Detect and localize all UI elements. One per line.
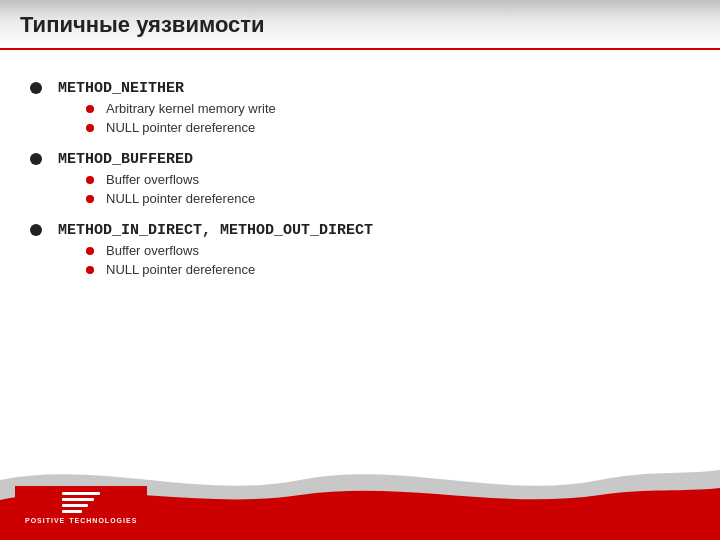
- sub-bullet-dot: [86, 176, 94, 184]
- list-item-3: METHOD_IN_DIRECT, METHOD_OUT_DIRECT Buff…: [30, 220, 690, 283]
- list-item: Buffer overflows: [86, 243, 373, 258]
- slide-title: Типичные уязвимости: [20, 12, 265, 37]
- method-buffered-label: METHOD_BUFFERED: [58, 151, 193, 168]
- list-item-1: METHOD_NEITHER Arbitrary kernel memory w…: [30, 78, 690, 141]
- sub-bullet-dot: [86, 195, 94, 203]
- method-neither-label: METHOD_NEITHER: [58, 80, 184, 97]
- slide: Типичные уязвимости METHOD_NEITHER Arbit…: [0, 0, 720, 540]
- list-item: NULL pointer dereference: [86, 191, 255, 206]
- list-item: Arbitrary kernel memory write: [86, 101, 276, 116]
- logo-box: POSITIVE TECHNOLOGIES: [15, 486, 147, 530]
- method-neither-sublist: Arbitrary kernel memory write NULL point…: [86, 101, 276, 135]
- list-item: Buffer overflows: [86, 172, 255, 187]
- list-item: NULL pointer dereference: [86, 262, 373, 277]
- list-item-2: METHOD_BUFFERED Buffer overflows NULL po…: [30, 149, 690, 212]
- method-indirect-label: METHOD_IN_DIRECT, METHOD_OUT_DIRECT: [58, 222, 373, 239]
- sub-bullet-dot: [86, 266, 94, 274]
- sub-bullet-dot: [86, 124, 94, 132]
- footer-logo-area: POSITIVE TECHNOLOGIES: [15, 486, 155, 530]
- sub-bullet-dot: [86, 105, 94, 113]
- logo-text-technologies: TECHNOLOGIES: [69, 517, 137, 524]
- content-area: METHOD_NEITHER Arbitrary kernel memory w…: [0, 50, 720, 450]
- bullet-dot-2: [30, 153, 42, 165]
- logo-line: [62, 492, 100, 495]
- logo-line: [62, 510, 82, 513]
- list-item: NULL pointer dereference: [86, 120, 276, 135]
- sub-item-label: NULL pointer dereference: [106, 120, 255, 135]
- sub-bullet-dot: [86, 247, 94, 255]
- sub-item-label: NULL pointer dereference: [106, 191, 255, 206]
- logo-line: [62, 504, 88, 507]
- sub-item-label: Buffer overflows: [106, 243, 199, 258]
- sub-item-label: Buffer overflows: [106, 172, 199, 187]
- logo-lines: [62, 492, 100, 513]
- footer: POSITIVE TECHNOLOGIES: [0, 450, 720, 540]
- sub-item-label: NULL pointer dereference: [106, 262, 255, 277]
- sub-item-label: Arbitrary kernel memory write: [106, 101, 276, 116]
- method-indirect-sublist: Buffer overflows NULL pointer dereferenc…: [86, 243, 373, 277]
- bullet-dot-3: [30, 224, 42, 236]
- logo-line: [62, 498, 94, 501]
- header: Типичные уязвимости: [0, 0, 720, 50]
- bullet-dot-1: [30, 82, 42, 94]
- method-buffered-sublist: Buffer overflows NULL pointer dereferenc…: [86, 172, 255, 206]
- logo-text-positive: POSITIVE: [25, 517, 65, 524]
